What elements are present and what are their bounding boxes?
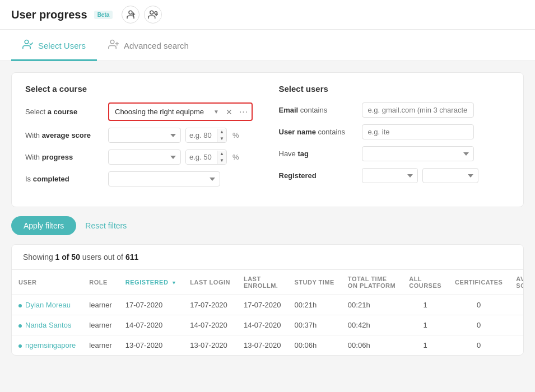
course-select[interactable]: Choosing the right equipme — [110, 105, 211, 119]
users-section-title: Select users — [279, 84, 510, 94]
cell-all-courses: 1 — [402, 335, 448, 356]
avg-score-row: With average score greater than less tha… — [25, 128, 257, 143]
add-user-button[interactable] — [122, 6, 139, 24]
course-clear-button[interactable]: ✕ — [224, 106, 235, 118]
table-header-row: USER ROLE REGISTERED ▼ LAST LOGIN LASTEN… — [12, 270, 524, 295]
avg-score-input[interactable] — [186, 128, 217, 142]
avg-score-stepper: ▲ ▼ — [217, 129, 226, 142]
header-icon-group — [122, 6, 162, 24]
advanced-search-icon — [108, 39, 119, 53]
course-more-icon: ··· — [237, 107, 250, 117]
course-select-wrapper: Choosing the right equipme ▼ ✕ ··· — [108, 102, 253, 121]
cell-certificates: 0 — [448, 315, 509, 335]
cell-total-time: 00:21h — [341, 295, 402, 315]
filter-card: Select a course Select a course Choosing… — [11, 72, 524, 207]
registered-select-2[interactable] — [422, 168, 478, 183]
tab-select-users-label: Select Users — [38, 41, 86, 50]
sort-arrow-icon: ▼ — [171, 280, 176, 286]
apply-filters-button[interactable]: Apply filters — [11, 216, 76, 235]
cell-all-courses: 1 — [402, 315, 448, 335]
table-row: Nanda Santos learner 14-07-2020 14-07-20… — [12, 315, 524, 335]
cell-last-login: 17-07-2020 — [183, 295, 237, 315]
col-header-avg-score: AVG.SCORE — [509, 270, 524, 295]
cell-certificates: 0 — [448, 335, 509, 356]
progress-select[interactable]: greater than less than equal to — [108, 150, 181, 165]
filter-row: Select a course Select a course Choosing… — [25, 84, 510, 193]
beta-badge: Beta — [94, 11, 113, 19]
cell-role: learner — [82, 315, 118, 335]
col-header-certificates: CERTIFICATES — [448, 270, 509, 295]
avg-score-input-wrapper: ▲ ▼ — [185, 128, 227, 143]
user-dot-icon — [18, 344, 22, 348]
results-table: USER ROLE REGISTERED ▼ LAST LOGIN LASTEN… — [12, 270, 524, 355]
page-title: User progress — [11, 8, 87, 21]
email-input[interactable] — [362, 102, 474, 118]
col-header-all-courses: ALLCOURSES — [402, 270, 448, 295]
col-header-last-enrollm: LASTENROLLM. — [237, 270, 288, 295]
progress-down-button[interactable]: ▼ — [217, 157, 226, 164]
registered-select-1[interactable]: before after between — [362, 168, 418, 183]
tag-row: Have tag — [279, 146, 510, 161]
progress-up-button[interactable]: ▲ — [217, 151, 226, 157]
user-dot-icon — [18, 324, 22, 328]
tab-advanced-search[interactable]: Advanced search — [97, 30, 200, 61]
cell-role: learner — [82, 295, 118, 315]
course-label: Select a course — [25, 108, 104, 116]
registered-label: Registered — [279, 171, 357, 180]
course-filter-col: Select a course Select a course Choosing… — [25, 84, 257, 193]
tag-label: Have tag — [279, 150, 357, 158]
col-header-last-login: LAST LOGIN — [183, 270, 237, 295]
reset-filters-button[interactable]: Reset filters — [85, 221, 127, 230]
username-input[interactable] — [362, 124, 474, 139]
svg-point-5 — [25, 40, 29, 44]
tag-select[interactable] — [362, 146, 474, 161]
header: User progress Beta — [0, 0, 535, 30]
table-row: Dylan Moreau learner 17-07-2020 17-07-20… — [12, 295, 524, 315]
cell-user: Nanda Santos — [12, 315, 82, 335]
email-row: Email contains — [279, 102, 510, 118]
cell-total-time: 00:06h — [341, 335, 402, 356]
svg-point-0 — [129, 11, 132, 14]
tab-select-users[interactable]: Select Users — [11, 30, 97, 61]
svg-point-3 — [150, 11, 153, 14]
course-section-title: Select a course — [25, 84, 257, 94]
progress-pct-label: % — [232, 153, 239, 161]
users-filter-col: Select users Email contains User name co… — [279, 84, 510, 193]
user-link[interactable]: ngernsingapore — [25, 341, 76, 349]
results-section: Showing 1 of 50 users out of 611 USER RO… — [11, 244, 524, 356]
cell-user: ngernsingapore — [12, 335, 82, 356]
course-form-row: Select a course Choosing the right equip… — [25, 102, 257, 121]
tab-advanced-search-label: Advanced search — [124, 41, 189, 50]
avg-score-down-button[interactable]: ▼ — [217, 136, 226, 142]
avg-score-pct-label: % — [232, 131, 239, 139]
cell-total-time: 00:42h — [341, 315, 402, 335]
tab-bar: Select Users Advanced search — [0, 30, 535, 61]
progress-input-wrapper: ▲ ▼ — [185, 150, 227, 165]
svg-point-6 — [110, 40, 114, 44]
user-link[interactable]: Nanda Santos — [25, 321, 71, 329]
filter-actions: Apply filters Reset filters — [11, 216, 524, 235]
cell-registered: 17-07-2020 — [119, 295, 184, 315]
user-link[interactable]: Dylan Moreau — [25, 301, 71, 309]
username-label: User name contains — [279, 128, 357, 136]
col-header-registered[interactable]: REGISTERED ▼ — [119, 270, 184, 295]
avg-score-select[interactable]: greater than less than equal to — [108, 128, 181, 143]
results-header: Showing 1 of 50 users out of 611 — [12, 245, 523, 270]
cell-last-login: 14-07-2020 — [183, 315, 237, 335]
cell-study-time: 00:06h — [287, 335, 341, 356]
completed-select[interactable]: Yes No — [108, 171, 220, 186]
cell-certificates: 0 — [448, 295, 509, 315]
avg-score-up-button[interactable]: ▲ — [217, 129, 226, 136]
registered-row: Registered before after between — [279, 168, 510, 183]
table-row: ngernsingapore learner 13-07-2020 13-07-… — [12, 335, 524, 356]
cell-last-enrollm: 14-07-2020 — [237, 315, 288, 335]
col-header-study-time: STUDY TIME — [287, 270, 341, 295]
progress-stepper: ▲ ▼ — [217, 151, 226, 164]
progress-input[interactable] — [186, 150, 217, 164]
cell-study-time: 00:21h — [287, 295, 341, 315]
cell-user: Dylan Moreau — [12, 295, 82, 315]
cell-avg-score — [509, 335, 524, 356]
cell-all-courses: 1 — [402, 295, 448, 315]
manage-users-button[interactable] — [144, 6, 162, 24]
svg-point-4 — [155, 12, 157, 15]
